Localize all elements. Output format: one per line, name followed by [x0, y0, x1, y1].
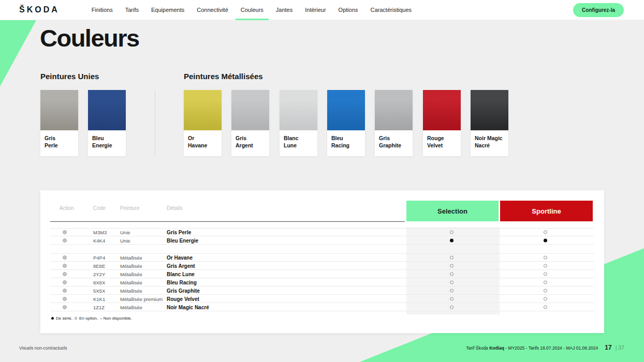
paint-type: Métallisée [120, 255, 142, 261]
availability-selection-option [450, 264, 453, 267]
row-group: M3M3UnieGris PerleK4K4UnieBleu Energie [50, 228, 594, 245]
nav-item-connectivite[interactable]: Connectivité [191, 0, 235, 20]
preview-color-icon[interactable] [63, 305, 67, 309]
paint-type: Métallisée [120, 279, 142, 285]
paint-name: Bleu Energie [167, 237, 198, 243]
swatch-color-block [40, 90, 78, 130]
swatch-noir magic-nacre[interactable]: Noir Magic Nacré [471, 90, 508, 156]
document-reference: Tarif Škoda Kodiaq - MY2025 - Tarifs 18.… [466, 345, 598, 351]
preview-color-icon[interactable] [63, 255, 67, 260]
availability-sportline-option [544, 297, 547, 300]
color-table-card: Action Code Peinture Détails Selection S… [40, 190, 604, 333]
paint-name: Noir Magic Nacré [167, 304, 209, 310]
section-title-unies: Peintures Unies [40, 72, 99, 81]
table-row-5x5x: 5X5XMétalliséeGris Graphite [50, 286, 594, 295]
preview-color-icon[interactable] [63, 289, 67, 293]
main-nav: FinitionsTarifsEquipementsConnectivitéCo… [85, 0, 418, 20]
nav-item-options[interactable]: Options [332, 0, 364, 20]
paint-name: Gris Perle [167, 230, 191, 235]
swatch-label: Bleu Energie [88, 130, 126, 149]
swatch-gris-argent[interactable]: Gris Argent [231, 90, 269, 156]
paint-name: Gris Graphite [167, 288, 200, 293]
page-title: Couleurs [40, 24, 139, 52]
swatch-label: Gris Graphite [375, 130, 413, 149]
paint-type: Métallisée [120, 288, 142, 293]
table-row-m3m3: M3M3UnieGris Perle [50, 228, 594, 236]
swatch-gris-perle[interactable]: Gris Perle [40, 90, 78, 156]
availability-sportline-option [544, 256, 547, 260]
table-legend: De série, En option, – Non disponible. [51, 316, 132, 321]
availability-sportline-serie [544, 238, 547, 242]
swatch-gris-graphite[interactable]: Gris Graphite [375, 90, 413, 156]
column-header-peinture: Peinture [120, 205, 139, 211]
section-divider [155, 90, 155, 156]
swatch-color-block [231, 90, 269, 130]
column-header-details: Détails [167, 205, 183, 211]
swatch-color-block [423, 90, 461, 130]
table-row-k4k4: K4K4UnieBleu Energie [50, 236, 594, 245]
swatch-bleu-racing[interactable]: Bleu Racing [327, 90, 365, 156]
availability-selection-option [450, 272, 453, 276]
paint-code: K1K1 [93, 296, 105, 301]
page-number: 17 [605, 344, 611, 351]
nav-item-equipements[interactable]: Equipements [145, 0, 191, 20]
paint-type: Métallisée [120, 304, 142, 310]
table-row-2y2y: 2Y2YMétalliséeBlanc Lune [50, 270, 594, 278]
preview-color-icon[interactable] [63, 272, 67, 276]
preview-color-icon[interactable] [63, 230, 67, 234]
swatch-blanc-lune[interactable]: Blanc Lune [280, 90, 317, 156]
paint-name: Bleu Racing [167, 279, 197, 285]
paint-code: 1Z1Z [93, 304, 105, 310]
swatch-color-block [471, 90, 508, 130]
column-header-code: Code [93, 205, 106, 211]
paint-code: K4K4 [93, 237, 105, 243]
table-row-8e8e: 8E8EMétalliséeGris Argent [50, 262, 594, 270]
swatch-color-block [327, 90, 365, 130]
nav-item-couleurs[interactable]: Couleurs [235, 0, 270, 20]
header-rule [50, 221, 405, 222]
swatch-bleu-energie[interactable]: Bleu Energie [88, 90, 126, 156]
availability-selection-option [450, 289, 453, 292]
skoda-logo: ŠKODA [19, 5, 60, 14]
trim-header-selection: Selection [406, 201, 499, 221]
swatch-color-block [184, 90, 222, 130]
paint-type: Unie [120, 237, 130, 243]
nav-item-finitions[interactable]: Finitions [85, 0, 119, 20]
preview-color-icon[interactable] [63, 297, 67, 301]
paint-code: 8X8X [93, 279, 105, 285]
legend-serie-icon [51, 317, 54, 320]
model-name: Kodiaq [489, 345, 504, 351]
swatch-rouge-velvet[interactable]: Rouge Velvet [423, 90, 461, 156]
trim-header-sportline: Sportline [500, 201, 593, 221]
column-header-action: Action [60, 205, 74, 211]
legend-na-label: – Non disponible. [100, 316, 132, 321]
footer-disclaimer: Visuels non-contractuels [19, 345, 67, 351]
swatch-label: Blanc Lune [280, 130, 317, 149]
paint-code: 5X5X [93, 288, 105, 293]
row-group: P4P4MétalliséeOr Havane8E8EMétalliséeGri… [50, 253, 594, 311]
swatch-label: Rouge Velvet [423, 130, 461, 149]
availability-sportline-option [544, 272, 547, 276]
legend-serie-label: De série, [56, 316, 72, 321]
paint-type: Métallisée premium [120, 296, 163, 301]
section-title-metallisees: Peintures Métallisées [184, 72, 263, 81]
preview-color-icon[interactable] [63, 238, 67, 243]
preview-color-icon[interactable] [63, 264, 67, 268]
availability-selection-option [450, 280, 453, 284]
availability-selection-serie [450, 238, 453, 242]
nav-item-interieur[interactable]: Intérieur [299, 0, 332, 20]
swatch-color-block [280, 90, 317, 130]
paint-name: Gris Argent [167, 263, 195, 268]
page: ŠKODA FinitionsTarifsEquipementsConnecti… [0, 0, 644, 362]
paint-name: Blanc Lune [167, 271, 195, 277]
swatch-or-havane[interactable]: Or Havane [184, 90, 222, 156]
availability-sportline-option [544, 289, 547, 292]
availability-sportline-option [544, 280, 547, 284]
nav-item-caracteristiques[interactable]: Caractéristiques [364, 0, 418, 20]
nav-item-tarifs[interactable]: Tarifs [119, 0, 145, 20]
preview-color-icon[interactable] [63, 280, 67, 284]
availability-selection-option [450, 231, 453, 234]
configure-button[interactable]: Configurez-la [573, 3, 624, 17]
availability-selection-option [450, 305, 453, 309]
nav-item-jantes[interactable]: Jantes [270, 0, 299, 20]
